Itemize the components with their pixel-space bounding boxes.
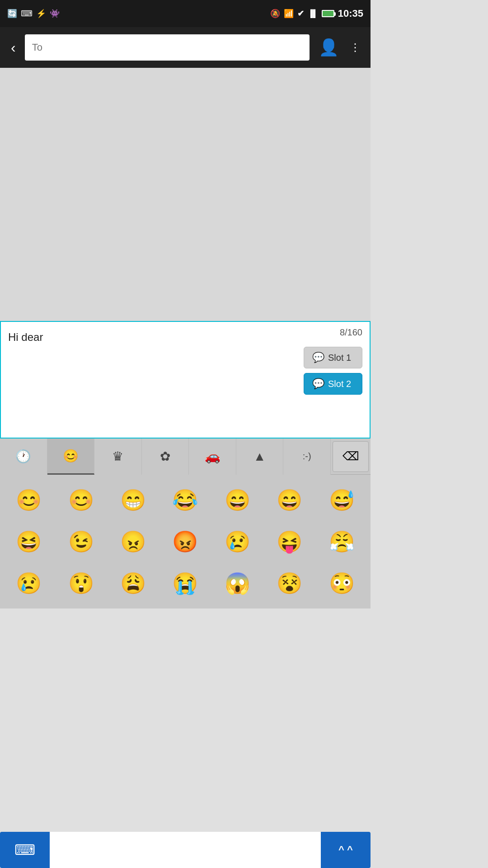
emoji-3[interactable]: 😁 <box>108 482 158 518</box>
more-icon: ⋮ <box>350 41 361 53</box>
emoji-grid: 😊 😊 😁 😂 😄 😄 😅 😆 😉 😠 😡 😢 😝 😤 😢 😲 😩 😭 😱 😵 … <box>0 475 371 609</box>
emoji-4[interactable]: 😂 <box>160 482 210 518</box>
emoji-16[interactable]: 😲 <box>56 565 106 601</box>
send-button[interactable]: ^ ^ <box>321 832 371 868</box>
bottom-text-input[interactable] <box>50 832 321 868</box>
emoji-20[interactable]: 😵 <box>264 565 314 601</box>
emoji-11[interactable]: 😡 <box>160 524 210 560</box>
wifi-icon: 📶 <box>284 9 294 19</box>
smiley-icon: 😊 <box>63 448 79 463</box>
text-emoji-icon: :-) <box>303 451 311 462</box>
back-icon: ‹ <box>11 39 16 56</box>
slot1-icon: 💬 <box>312 352 324 363</box>
compose-box[interactable]: 8/160 Hi dear 💬 Slot 1 💬 Slot 2 <box>0 321 371 439</box>
slot1-label: Slot 1 <box>328 353 351 363</box>
emoji-21[interactable]: 😳 <box>317 565 367 601</box>
status-time: 10:35 <box>338 8 363 19</box>
emoji-10[interactable]: 😠 <box>108 524 158 560</box>
crown-icon: ♛ <box>112 449 123 464</box>
emoji-1[interactable]: 😊 <box>4 482 54 518</box>
status-bar: 🔄 ⌨ ⚡ 👾 🔕 📶 ✔ ▐▌ 10:35 <box>0 0 371 27</box>
tab-text-emoji[interactable]: :-) <box>283 439 331 475</box>
contact-button[interactable]: 👤 <box>315 34 343 61</box>
slot1-button[interactable]: 💬 Slot 1 <box>304 347 362 368</box>
slot2-icon: 💬 <box>312 378 324 390</box>
emoji-15[interactable]: 😢 <box>4 565 54 601</box>
tab-smileys[interactable]: 😊 <box>47 439 95 475</box>
clock-icon: 🕐 <box>15 449 31 464</box>
sync-icon: 🔄 <box>7 9 17 19</box>
to-input[interactable] <box>32 42 302 53</box>
backspace-button[interactable]: ⌫ <box>333 441 369 472</box>
car-icon: 🚗 <box>205 449 221 464</box>
mute-icon: 🔕 <box>270 9 280 19</box>
tab-flower[interactable]: ✿ <box>142 439 189 475</box>
keyboard-icon: ⌨ <box>21 9 33 19</box>
emoji-toolbar: 🕐 😊 ♛ ✿ 🚗 ▲ :-) ⌫ <box>0 439 371 475</box>
emoji-19[interactable]: 😱 <box>212 565 263 601</box>
emoji-5[interactable]: 😄 <box>212 482 263 518</box>
tab-crown[interactable]: ♛ <box>94 439 142 475</box>
to-input-wrapper[interactable] <box>25 34 310 61</box>
slot-buttons: 💬 Slot 1 💬 Slot 2 <box>304 347 362 395</box>
emoji-8[interactable]: 😆 <box>4 524 54 560</box>
tab-play[interactable]: ▲ <box>236 439 284 475</box>
message-counter: 8/160 <box>340 327 362 338</box>
emoji-2[interactable]: 😊 <box>56 482 106 518</box>
play-icon: ▲ <box>253 449 266 464</box>
emoji-13[interactable]: 😝 <box>264 524 314 560</box>
slot2-label: Slot 2 <box>328 379 351 389</box>
emoji-18[interactable]: 😭 <box>160 565 210 601</box>
message-area <box>0 68 371 321</box>
emoji-12[interactable]: 😢 <box>212 524 263 560</box>
signal-icon: ▐▌ <box>308 9 318 18</box>
person-icon: 👤 <box>319 38 339 57</box>
battery-icon <box>322 10 334 17</box>
back-button[interactable]: ‹ <box>7 36 19 60</box>
tab-car[interactable]: 🚗 <box>189 439 236 475</box>
bottom-bar: ⌨ ^ ^ <box>0 832 371 868</box>
status-right-icons: 🔕 📶 ✔ ▐▌ 10:35 <box>270 8 363 19</box>
check-icon: ✔ <box>297 9 304 19</box>
emoji-17[interactable]: 😩 <box>108 565 158 601</box>
top-bar: ‹ 👤 ⋮ <box>0 27 371 68</box>
slot2-button[interactable]: 💬 Slot 2 <box>304 373 362 395</box>
tab-recent[interactable]: 🕐 <box>0 439 47 475</box>
alien-icon: 👾 <box>50 9 60 19</box>
usb-icon: ⚡ <box>36 9 46 19</box>
keyboard-icon: ⌨ <box>14 841 35 859</box>
backspace-icon: ⌫ <box>343 449 359 463</box>
status-left-icons: 🔄 ⌨ ⚡ 👾 <box>7 9 60 19</box>
emoji-7[interactable]: 😅 <box>317 482 367 518</box>
emoji-9[interactable]: 😉 <box>56 524 106 560</box>
keyboard-toggle-button[interactable]: ⌨ <box>0 832 50 868</box>
emoji-14[interactable]: 😤 <box>317 524 367 560</box>
emoji-6[interactable]: 😄 <box>264 482 314 518</box>
flower-icon: ✿ <box>160 449 170 464</box>
send-label: ^ ^ <box>338 844 353 856</box>
more-options-button[interactable]: ⋮ <box>348 38 363 57</box>
